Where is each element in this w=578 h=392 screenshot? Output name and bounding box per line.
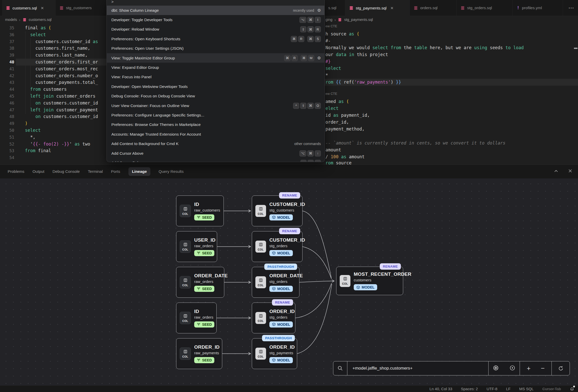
command-item-dbt-show-column-lineage[interactable]: dbt: Show Column Lineagerecently used⚙ <box>107 6 324 15</box>
code-line[interactable]: -- `amount` is currently stored in cents… <box>325 140 505 147</box>
search-icon[interactable] <box>333 361 347 375</box>
command-item-preferences-configure-language-specific-settings[interactable]: Preferences: Configure Language Specific… <box>107 110 324 120</box>
status-item-cursor-tab[interactable]: Cursor Tab <box>542 387 561 391</box>
focus-target-icon[interactable] <box>509 365 516 372</box>
code-line[interactable]: elect <box>325 105 338 112</box>
close-icon[interactable]: ✕ <box>390 6 394 10</box>
gear-icon[interactable]: ⚙ <box>317 56 321 60</box>
command-item-user-view-container-focus-on-outline-view[interactable]: User View Container: Focus on Outline Vi… <box>107 101 324 110</box>
command-item-preferences-browse-color-themes-in-marketplace[interactable]: Preferences: Browse Color Themes in Mark… <box>107 120 324 129</box>
command-item-add-cursor-above[interactable]: Add Cursor Above⌥⌘↑ <box>107 149 324 158</box>
gear-icon[interactable]: ⚙ <box>317 8 321 13</box>
bell-icon[interactable] <box>570 386 574 391</box>
codelens-label[interactable]: ew CTE <box>325 92 337 96</box>
lineage-node-raw-orders-user-id[interactable]: COLUSER_IDraw_ordersSEED <box>176 231 217 262</box>
command-item-developer-toggle-developer-tools[interactable]: Developer: Toggle Developer Tools⌥⌘I <box>107 15 324 24</box>
lineage-node-stg-orders-order-date[interactable]: PASSTHROUGHCOLORDER_DATEstg_ordersMODEL <box>252 267 299 298</box>
model-icon <box>356 285 360 289</box>
command-item-developer-reload-window[interactable]: Developer: Reload Window⇧⌘R <box>107 25 324 34</box>
tab-profiles-yml[interactable]: !profiles.yml <box>513 0 563 16</box>
command-item-view-expand-editor-group[interactable]: View: Expand Editor Group <box>107 63 324 72</box>
code-line[interactable]: * <box>325 72 328 79</box>
tab-customers-sql[interactable]: customers.sql✕ <box>2 0 56 16</box>
command-item-preferences-open-user-settings-json[interactable]: Preferences: Open User Settings (JSON) <box>107 44 324 53</box>
code-line[interactable]: Normally we would select from the table … <box>325 44 524 51</box>
code-line[interactable]: id as payment_id, <box>325 112 370 119</box>
status-item-spaces-2[interactable]: Spaces: 2 <box>461 387 478 391</box>
breadcrumb: ging›stg_payments.sql <box>325 16 373 23</box>
panel-tab-query-results[interactable]: Query Results <box>159 169 183 174</box>
status-item-ln-40-col-33[interactable]: Ln 40, Col 33 <box>429 387 452 391</box>
codelens-label[interactable]: ew CTE <box>325 24 337 28</box>
token: 'raw_payments' <box>354 80 391 85</box>
command-item-preferences-open-keyboard-shortcuts[interactable]: Preferences: Open Keyboard Shortcuts⌘R⌘S <box>107 34 324 44</box>
status-item-utf-8[interactable]: UTF-8 <box>487 387 497 391</box>
command-palette-input[interactable]: > <box>107 0 324 6</box>
breadcrumb-item[interactable]: stg_payments.sql <box>344 18 373 22</box>
lineage-node-stg-payments-order-id[interactable]: PASSTHROUGHCOLORDER_IDstg_paymentsMODEL <box>252 338 297 369</box>
tab-stg-customers[interactable]: stg_customers <box>56 0 107 16</box>
tab-orders-sql[interactable]: orders.sql <box>410 0 457 16</box>
panel-tab-problems[interactable]: Problems <box>8 169 24 174</box>
code-line[interactable]: rom source <box>325 160 351 164</box>
node-table: raw_payments <box>194 351 220 355</box>
status-item-ms-sql[interactable]: MS SQL <box>519 387 534 391</box>
panel-tab-debug-console[interactable]: Debug Console <box>52 169 80 174</box>
lineage-canvas[interactable]: COLIDraw_customersSEEDRENAMECOLCUSTOMER_… <box>0 178 578 385</box>
breadcrumb-item[interactable]: ging <box>325 18 332 22</box>
breadcrumb-item[interactable]: customers.sql <box>29 18 51 22</box>
code-line[interactable]: our data in this project <box>325 51 388 58</box>
code-line[interactable]: amount <box>325 147 341 153</box>
code-line[interactable]: order_id, <box>325 119 349 126</box>
lineage-node-stg-orders-customer-id[interactable]: RENAMECOLCUSTOMER_IDstg_ordersMODEL <box>252 231 303 262</box>
lineage-node-customers-most-recent-order[interactable]: RENAMECOLMOST_RECENT_ORDERcustomersMODEL <box>336 267 403 295</box>
aperture-icon[interactable] <box>493 365 499 372</box>
badge-label: SEED <box>202 322 212 326</box>
command-item-developer-open-webview-developer-tools[interactable]: Developer: Open Webview Developer Tools <box>107 82 324 91</box>
code-line[interactable]: #} <box>325 58 331 65</box>
panel-tab-output[interactable]: Output <box>32 169 44 174</box>
command-label: Preferences: Open User Settings (JSON) <box>111 46 183 51</box>
zoom-in-button[interactable]: + <box>527 365 531 372</box>
command-item-view-focus-into-panel[interactable]: View: Focus into Panel <box>107 72 324 82</box>
panel-tab-terminal[interactable]: Terminal <box>88 169 103 174</box>
command-item-accounts-manage-trusted-extensions-for-account[interactable]: Accounts: Manage Trusted Extensions For … <box>107 129 324 139</box>
panel-close-icon[interactable] <box>568 169 572 174</box>
breadcrumb-item[interactable]: models <box>5 18 17 22</box>
tab-stg-payments-sql[interactable]: stg_payments.sql✕ <box>345 0 410 16</box>
lineage-node-stg-customers-customer-id[interactable]: RENAMECOLCUSTOMER_IDstg_customersMODEL <box>252 195 303 226</box>
code-line[interactable]: rom {{ ref('raw_payments') }} <box>325 79 401 86</box>
code-line[interactable]: amed as ( <box>325 98 349 105</box>
lineage-node-raw-orders-id[interactable]: COLIDraw_ordersSEED <box>176 303 217 333</box>
code-line[interactable]: h source as ( <box>325 31 359 37</box>
lineage-node-raw-orders-order-date[interactable]: COLORDER_DATEraw_ordersSEED <box>176 267 224 298</box>
lineage-node-raw-payments-order-id[interactable]: COLORDER_IDraw_paymentsSEED <box>176 338 222 369</box>
line-number: 40 <box>0 59 14 66</box>
scrollbar-cursor-mark[interactable] <box>574 48 577 49</box>
command-item-debug-console-focus-on-debug-console-view[interactable]: Debug Console: Focus on Debug Console Vi… <box>107 92 324 101</box>
command-item-view-toggle-maximize-editor-group[interactable]: View: Toggle Maximize Editor Group⌘R⌘M⚙ <box>107 53 324 63</box>
line-content: on customers.customer_id <box>25 100 98 107</box>
zoom-out-button[interactable]: − <box>541 365 545 372</box>
command-item-add-context-to-background-for-cmd-k[interactable]: Add Context to Background for Cmd Kother… <box>107 139 324 149</box>
code-line[interactable]: #- <box>325 37 331 44</box>
tab-stg-orders-sql[interactable]: stg_orders.sql <box>457 0 513 16</box>
close-icon[interactable]: ✕ <box>41 6 44 10</box>
lineage-search-input[interactable] <box>352 365 484 371</box>
panel-tab-ports[interactable]: Ports <box>111 169 120 174</box>
status-item-lf[interactable]: LF <box>506 387 511 391</box>
lineage-node-raw-customers-id[interactable]: COLIDraw_customersSEED <box>176 195 224 226</box>
command-item-add-cursor-below[interactable]: Add Cursor Below <box>107 158 324 162</box>
code-line[interactable]: / 100 as amount <box>325 153 365 160</box>
code-editor-right[interactable]: ew CTEh source as (#-Normally we would s… <box>324 23 578 164</box>
code-line[interactable]: payment_method, <box>325 126 365 133</box>
lineage-node-stg-orders-order-id[interactable]: RENAMECOLORDER_IDstg_ordersMODEL <box>252 303 295 333</box>
model-badge: MODEL <box>269 286 293 292</box>
code-line[interactable]: select <box>325 65 341 72</box>
panel-tab-lineage[interactable]: Lineage <box>128 167 151 176</box>
badge-label: MODEL <box>277 287 290 291</box>
panel-collapse-icon[interactable] <box>554 169 558 174</box>
refresh-button[interactable] <box>551 361 570 375</box>
more-actions-icon[interactable]: ⋯ <box>568 0 574 16</box>
tab-s-sql[interactable]: s.sql <box>324 0 345 16</box>
